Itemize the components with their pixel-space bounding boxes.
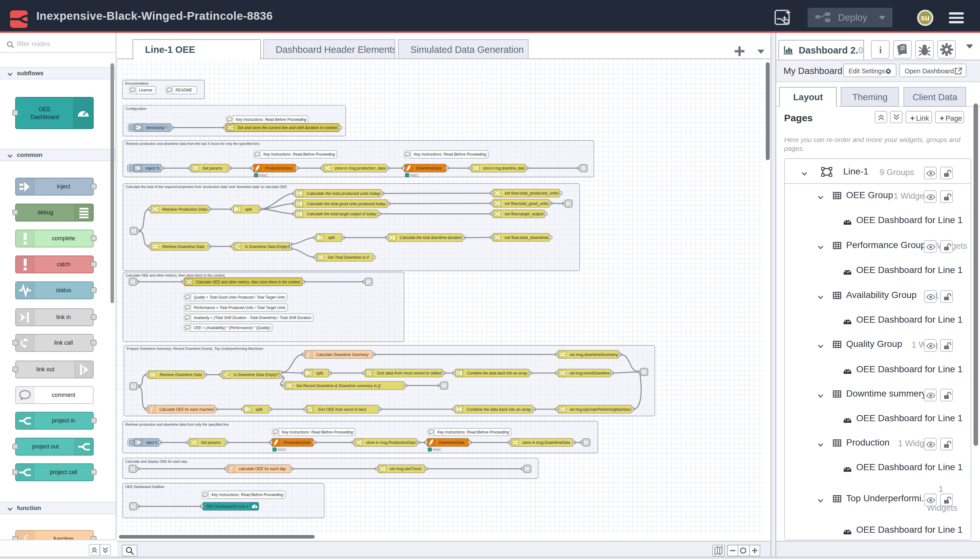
svg-text:Calculate OEE and other metric: Calculate OEE and other metrics, then st… xyxy=(196,280,301,284)
svg-text:Calculate the total target out: Calculate the total target output of tod… xyxy=(307,212,377,216)
svg-text:Set Recent Downtime & Downtime: Set Recent Downtime & Downtime summery t… xyxy=(296,384,381,388)
svg-text:ProductionData: ProductionData xyxy=(284,440,310,445)
svg-text:Key Instructions: Read Before: Key Instructions: Read Before Proceeding xyxy=(414,152,487,157)
svg-text:Prepare Downtime Summary, Rece: Prepare Downtime Summary, Recent Downtim… xyxy=(127,347,264,351)
svg-text:Set params: Set params xyxy=(203,166,222,170)
svg-text:Calculate the total produced u: Calculate the total produced units today xyxy=(307,191,381,196)
svg-text:Availavity = (Total Shift Dura: Availavity = (Total Shift Duration - Tot… xyxy=(193,316,312,320)
svg-text:Quality = Total Good Units Pro: Quality = Total Good Units Produced / To… xyxy=(194,295,285,299)
svg-text:Combine the data back into an: Combine the data back into an array. xyxy=(467,371,528,375)
svg-text:store in msg.production_data: store in msg.production_data xyxy=(335,166,385,170)
svg-text:set flow.target_output: set flow.target_output xyxy=(505,212,544,216)
svg-text:Key Instructions: Read Before: Key Instructions: Read Before Proceeding xyxy=(282,430,353,435)
svg-text:set msg.recentDowntime: set msg.recentDowntime xyxy=(570,371,610,375)
svg-text:OEE Dashboard for Line 1: OEE Dashboard for Line 1 xyxy=(206,504,249,509)
svg-text:Retrieve Downtime Data: Retrieve Downtime Data xyxy=(162,245,205,249)
svg-text:Calculate OEE and other metric: Calculate OEE and other metrics, then st… xyxy=(126,273,226,277)
svg-text:split: split xyxy=(316,371,323,375)
svg-text:Calculate and display OEE for: Calculate and display OEE for each day. xyxy=(125,460,188,463)
svg-text:store in msg.downtime_data: store in msg.downtime_data xyxy=(483,166,525,170)
svg-text:split: split xyxy=(328,235,335,240)
svg-text:DowntimeData: DowntimeData xyxy=(416,166,442,170)
svg-text:Key Instructions: Read Before: Key Instructions: Read Before Proceeding xyxy=(212,493,283,497)
svg-text:Combine the data back into an: Combine the data back into an array. xyxy=(467,407,532,412)
svg-text:Retrieve production and downti: Retrieve production and downtime data fr… xyxy=(126,142,260,146)
svg-text:set flow.total_good_units: set flow.total_good_units xyxy=(505,201,548,206)
svg-text:inject ↻: inject ↻ xyxy=(146,440,158,445)
svg-text:Key Instructions: Read Before: Key Instructions: Read Before Proceeding xyxy=(236,117,307,122)
svg-text:Calculate the total downtime d: Calculate the total downtime duration xyxy=(400,235,462,240)
svg-text:set flow.total_produced_units: set flow.total_produced_units xyxy=(505,191,558,195)
svg-text:README: README xyxy=(176,88,193,93)
svg-text:set msg.oeeTrend: set msg.oeeTrend xyxy=(390,466,421,471)
svg-text:RWC: RWC xyxy=(259,173,268,177)
svg-text:ProductionData: ProductionData xyxy=(265,166,292,170)
svg-text:calculate OEE for each day: calculate OEE for each day xyxy=(239,466,286,471)
svg-text:Sort OEE from worst to best: Sort OEE from worst to best xyxy=(318,407,366,412)
svg-text:Is Downtime Data Empty?: Is Downtime Data Empty? xyxy=(234,372,279,377)
svg-text:set msg.downtimeSummery: set msg.downtimeSummery xyxy=(570,352,618,357)
svg-text:Retrieve Downtime Data: Retrieve Downtime Data xyxy=(160,372,202,377)
svg-text:RWC: RWC xyxy=(410,173,419,177)
svg-text:OEE Dashboard Subflow: OEE Dashboard Subflow xyxy=(125,485,164,489)
svg-text:RWC: RWC xyxy=(278,447,287,452)
svg-text:Calculate the total of the req: Calculate the total of the required prop… xyxy=(126,185,287,189)
svg-text:OEE = (Availability) * (Perfor: OEE = (Availability) * (Performance) * (… xyxy=(194,326,270,330)
svg-text:Set params: Set params xyxy=(201,440,221,445)
svg-text:split: split xyxy=(256,407,263,412)
svg-text:DowntimeData: DowntimeData xyxy=(439,440,464,445)
svg-text:split: split xyxy=(245,207,252,212)
svg-text:RWC: RWC xyxy=(433,447,442,452)
svg-text:Calculate OEE for each machine: Calculate OEE for each machine xyxy=(160,407,214,412)
svg-text:inject ↻: inject ↻ xyxy=(146,166,160,170)
svg-text:License: License xyxy=(139,88,153,93)
svg-text:Set Total Downtime to 0: Set Total Downtime to 0 xyxy=(328,255,369,260)
svg-text:store in msg.ProductionData: store in msg.ProductionData xyxy=(366,440,416,445)
svg-text:Configuration: Configuration xyxy=(126,107,147,111)
svg-text:Is Downtime Data Empty?: Is Downtime Data Empty? xyxy=(245,245,290,249)
svg-text:Key Instructions: Read Before: Key Instructions: Read Before Proceeding xyxy=(437,430,509,435)
svg-text:Calculate Downtime Summery: Calculate Downtime Summery xyxy=(316,352,369,357)
svg-text:i: i xyxy=(879,45,882,55)
svg-text:f: f xyxy=(23,533,28,539)
svg-text:Sort data from most recent to: Sort data from most recent to oldest xyxy=(377,371,442,375)
svg-text:store in msg.DowntimeData: store in msg.DowntimeData xyxy=(522,440,570,445)
svg-text:set msg.topUnderPerformingMach: set msg.topUnderPerformingMachines xyxy=(570,407,631,412)
svg-text:set flow.total_downtime: set flow.total_downtime xyxy=(505,235,548,240)
svg-text:Calculate the total good units: Calculate the total good units produced … xyxy=(307,202,386,206)
svg-text:Documentation: Documentation xyxy=(125,81,149,85)
svg-text:Retrieve production and downti: Retrieve production and downtime data fr… xyxy=(125,422,230,427)
svg-text:Set and store the current line: Set and store the current line and shift… xyxy=(238,126,338,130)
svg-text:timestamp ¹: timestamp ¹ xyxy=(147,126,167,130)
svg-text:Key Instructions: Read Before: Key Instructions: Read Before Proceeding xyxy=(264,152,335,157)
svg-text:Performance = Total Produced U: Performance = Total Produced Units / Tot… xyxy=(194,306,286,310)
svg-text:Retrieve Production Data: Retrieve Production Data xyxy=(162,207,207,212)
